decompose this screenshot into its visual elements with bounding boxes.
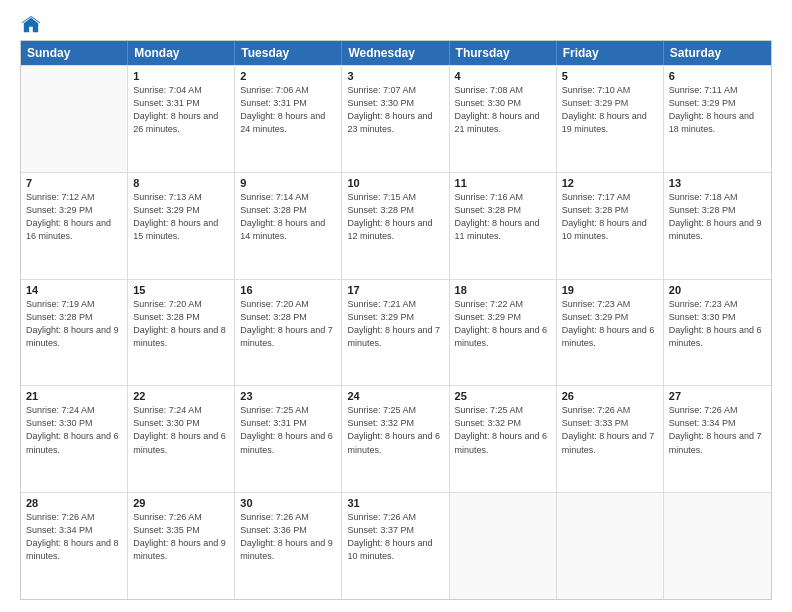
sun-info: Sunrise: 7:22 AMSunset: 3:29 PMDaylight:… (455, 298, 551, 350)
calendar-cell: 2Sunrise: 7:06 AMSunset: 3:31 PMDaylight… (235, 66, 342, 172)
calendar-cell: 30Sunrise: 7:26 AMSunset: 3:36 PMDayligh… (235, 493, 342, 599)
day-number: 2 (240, 70, 336, 82)
day-number: 1 (133, 70, 229, 82)
sun-info: Sunrise: 7:26 AMSunset: 3:34 PMDaylight:… (669, 404, 766, 456)
day-number: 23 (240, 390, 336, 402)
day-number: 8 (133, 177, 229, 189)
calendar-cell: 19Sunrise: 7:23 AMSunset: 3:29 PMDayligh… (557, 280, 664, 386)
sun-info: Sunrise: 7:19 AMSunset: 3:28 PMDaylight:… (26, 298, 122, 350)
sun-info: Sunrise: 7:24 AMSunset: 3:30 PMDaylight:… (133, 404, 229, 456)
calendar-day-header: Tuesday (235, 41, 342, 65)
calendar-day-header: Sunday (21, 41, 128, 65)
day-number: 28 (26, 497, 122, 509)
sun-info: Sunrise: 7:26 AMSunset: 3:37 PMDaylight:… (347, 511, 443, 563)
calendar-day-header: Wednesday (342, 41, 449, 65)
calendar: SundayMondayTuesdayWednesdayThursdayFrid… (20, 40, 772, 600)
day-number: 6 (669, 70, 766, 82)
calendar-cell: 23Sunrise: 7:25 AMSunset: 3:31 PMDayligh… (235, 386, 342, 492)
sun-info: Sunrise: 7:04 AMSunset: 3:31 PMDaylight:… (133, 84, 229, 136)
day-number: 7 (26, 177, 122, 189)
sun-info: Sunrise: 7:23 AMSunset: 3:30 PMDaylight:… (669, 298, 766, 350)
calendar-cell: 11Sunrise: 7:16 AMSunset: 3:28 PMDayligh… (450, 173, 557, 279)
calendar-cell: 18Sunrise: 7:22 AMSunset: 3:29 PMDayligh… (450, 280, 557, 386)
calendar-cell: 29Sunrise: 7:26 AMSunset: 3:35 PMDayligh… (128, 493, 235, 599)
sun-info: Sunrise: 7:25 AMSunset: 3:32 PMDaylight:… (347, 404, 443, 456)
day-number: 3 (347, 70, 443, 82)
sun-info: Sunrise: 7:10 AMSunset: 3:29 PMDaylight:… (562, 84, 658, 136)
day-number: 19 (562, 284, 658, 296)
calendar-cell: 27Sunrise: 7:26 AMSunset: 3:34 PMDayligh… (664, 386, 771, 492)
day-number: 11 (455, 177, 551, 189)
calendar-cell: 14Sunrise: 7:19 AMSunset: 3:28 PMDayligh… (21, 280, 128, 386)
day-number: 16 (240, 284, 336, 296)
sun-info: Sunrise: 7:26 AMSunset: 3:35 PMDaylight:… (133, 511, 229, 563)
day-number: 21 (26, 390, 122, 402)
page: SundayMondayTuesdayWednesdayThursdayFrid… (0, 0, 792, 612)
sun-info: Sunrise: 7:25 AMSunset: 3:31 PMDaylight:… (240, 404, 336, 456)
day-number: 12 (562, 177, 658, 189)
calendar-week-row: 1Sunrise: 7:04 AMSunset: 3:31 PMDaylight… (21, 65, 771, 172)
calendar-cell: 26Sunrise: 7:26 AMSunset: 3:33 PMDayligh… (557, 386, 664, 492)
day-number: 27 (669, 390, 766, 402)
calendar-cell: 3Sunrise: 7:07 AMSunset: 3:30 PMDaylight… (342, 66, 449, 172)
calendar-week-row: 14Sunrise: 7:19 AMSunset: 3:28 PMDayligh… (21, 279, 771, 386)
calendar-cell: 1Sunrise: 7:04 AMSunset: 3:31 PMDaylight… (128, 66, 235, 172)
calendar-cell: 10Sunrise: 7:15 AMSunset: 3:28 PMDayligh… (342, 173, 449, 279)
sun-info: Sunrise: 7:26 AMSunset: 3:34 PMDaylight:… (26, 511, 122, 563)
calendar-cell: 7Sunrise: 7:12 AMSunset: 3:29 PMDaylight… (21, 173, 128, 279)
calendar-day-header: Thursday (450, 41, 557, 65)
day-number: 14 (26, 284, 122, 296)
sun-info: Sunrise: 7:24 AMSunset: 3:30 PMDaylight:… (26, 404, 122, 456)
calendar-cell: 12Sunrise: 7:17 AMSunset: 3:28 PMDayligh… (557, 173, 664, 279)
day-number: 5 (562, 70, 658, 82)
calendar-cell (557, 493, 664, 599)
day-number: 30 (240, 497, 336, 509)
day-number: 13 (669, 177, 766, 189)
calendar-week-row: 21Sunrise: 7:24 AMSunset: 3:30 PMDayligh… (21, 385, 771, 492)
sun-info: Sunrise: 7:25 AMSunset: 3:32 PMDaylight:… (455, 404, 551, 456)
calendar-cell: 31Sunrise: 7:26 AMSunset: 3:37 PMDayligh… (342, 493, 449, 599)
header (20, 16, 772, 32)
calendar-cell (664, 493, 771, 599)
sun-info: Sunrise: 7:20 AMSunset: 3:28 PMDaylight:… (240, 298, 336, 350)
calendar-cell: 17Sunrise: 7:21 AMSunset: 3:29 PMDayligh… (342, 280, 449, 386)
sun-info: Sunrise: 7:26 AMSunset: 3:33 PMDaylight:… (562, 404, 658, 456)
calendar-cell: 8Sunrise: 7:13 AMSunset: 3:29 PMDaylight… (128, 173, 235, 279)
calendar-cell (450, 493, 557, 599)
calendar-cell: 25Sunrise: 7:25 AMSunset: 3:32 PMDayligh… (450, 386, 557, 492)
calendar-cell: 5Sunrise: 7:10 AMSunset: 3:29 PMDaylight… (557, 66, 664, 172)
calendar-cell: 22Sunrise: 7:24 AMSunset: 3:30 PMDayligh… (128, 386, 235, 492)
logo-icon (22, 16, 40, 34)
day-number: 17 (347, 284, 443, 296)
calendar-cell: 20Sunrise: 7:23 AMSunset: 3:30 PMDayligh… (664, 280, 771, 386)
calendar-cell: 16Sunrise: 7:20 AMSunset: 3:28 PMDayligh… (235, 280, 342, 386)
calendar-cell: 4Sunrise: 7:08 AMSunset: 3:30 PMDaylight… (450, 66, 557, 172)
calendar-cell (21, 66, 128, 172)
day-number: 22 (133, 390, 229, 402)
calendar-cell: 6Sunrise: 7:11 AMSunset: 3:29 PMDaylight… (664, 66, 771, 172)
sun-info: Sunrise: 7:06 AMSunset: 3:31 PMDaylight:… (240, 84, 336, 136)
sun-info: Sunrise: 7:08 AMSunset: 3:30 PMDaylight:… (455, 84, 551, 136)
day-number: 25 (455, 390, 551, 402)
sun-info: Sunrise: 7:13 AMSunset: 3:29 PMDaylight:… (133, 191, 229, 243)
sun-info: Sunrise: 7:17 AMSunset: 3:28 PMDaylight:… (562, 191, 658, 243)
day-number: 31 (347, 497, 443, 509)
sun-info: Sunrise: 7:16 AMSunset: 3:28 PMDaylight:… (455, 191, 551, 243)
day-number: 18 (455, 284, 551, 296)
sun-info: Sunrise: 7:18 AMSunset: 3:28 PMDaylight:… (669, 191, 766, 243)
day-number: 24 (347, 390, 443, 402)
calendar-day-header: Monday (128, 41, 235, 65)
calendar-day-header: Saturday (664, 41, 771, 65)
calendar-body: 1Sunrise: 7:04 AMSunset: 3:31 PMDaylight… (21, 65, 771, 599)
sun-info: Sunrise: 7:21 AMSunset: 3:29 PMDaylight:… (347, 298, 443, 350)
day-number: 15 (133, 284, 229, 296)
day-number: 9 (240, 177, 336, 189)
sun-info: Sunrise: 7:12 AMSunset: 3:29 PMDaylight:… (26, 191, 122, 243)
calendar-cell: 13Sunrise: 7:18 AMSunset: 3:28 PMDayligh… (664, 173, 771, 279)
day-number: 10 (347, 177, 443, 189)
sun-info: Sunrise: 7:07 AMSunset: 3:30 PMDaylight:… (347, 84, 443, 136)
day-number: 20 (669, 284, 766, 296)
calendar-header: SundayMondayTuesdayWednesdayThursdayFrid… (21, 41, 771, 65)
calendar-cell: 9Sunrise: 7:14 AMSunset: 3:28 PMDaylight… (235, 173, 342, 279)
day-number: 29 (133, 497, 229, 509)
